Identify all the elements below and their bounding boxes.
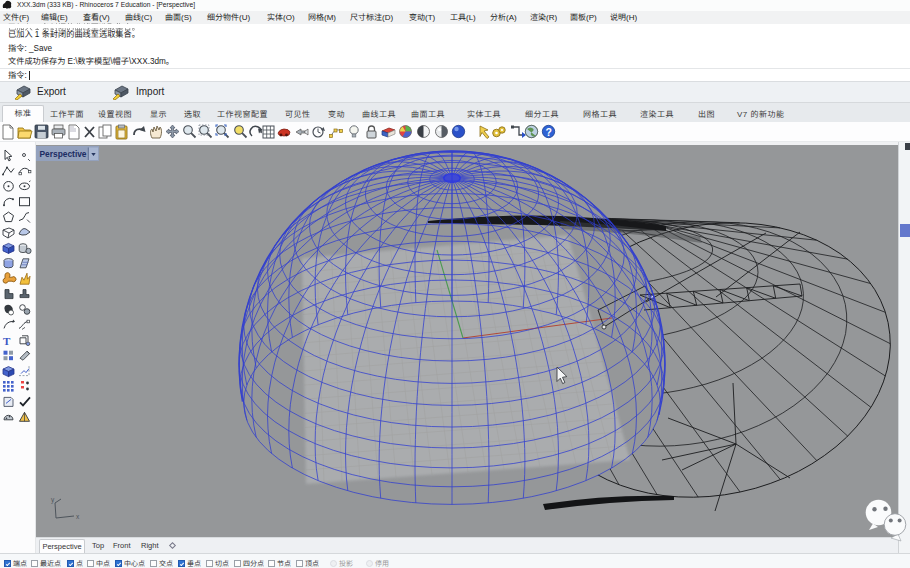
svg-text:?: ?: [546, 126, 552, 138]
svg-text:Perspective: Perspective: [40, 149, 87, 159]
svg-text:T: T: [3, 335, 11, 347]
